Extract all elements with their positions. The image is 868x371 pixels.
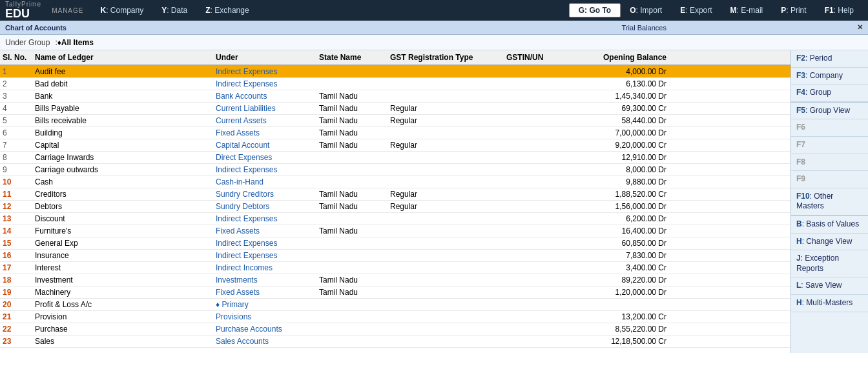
table-row[interactable]: 6 Building Fixed Assets Tamil Nadu 7,00,… bbox=[0, 127, 790, 139]
cell-under: Bank Accounts bbox=[213, 90, 316, 102]
menu-email[interactable]: M: E-mail bbox=[721, 3, 772, 17]
cell-gstin bbox=[504, 213, 568, 225]
sidebar-f2-period[interactable]: F2: Period bbox=[791, 50, 868, 68]
table-row[interactable]: 3 Bank Bank Accounts Tamil Nadu 1,45,340… bbox=[0, 90, 790, 103]
cell-state: Tamil Nadu bbox=[316, 188, 388, 200]
table-row[interactable]: 8 Carriage Inwards Direct Expenses 12,91… bbox=[0, 152, 790, 164]
cell-num: 4 bbox=[0, 103, 32, 114]
sidebar-f8: F8 bbox=[791, 154, 868, 172]
table-row[interactable]: 24 Sales Return Sales Accounts 2,850.00 … bbox=[0, 348, 790, 350]
sidebar-f10-other-masters[interactable]: F10: Other Masters bbox=[791, 188, 868, 216]
cell-state bbox=[316, 262, 388, 274]
cell-balance: 13,200.00 Cr bbox=[568, 311, 672, 323]
cell-num: 17 bbox=[0, 262, 32, 274]
cell-name: Insurance bbox=[32, 250, 213, 261]
menu-import[interactable]: O: Import bbox=[621, 3, 671, 17]
goto-button[interactable]: G: Go To bbox=[569, 3, 621, 17]
cell-num: 9 bbox=[0, 164, 32, 175]
table-row[interactable]: 5 Bills receivable Current Assets Tamil … bbox=[0, 115, 790, 127]
table-row[interactable]: 21 Provision Provisions 13,200.00 Cr bbox=[0, 311, 790, 323]
cell-num: 24 bbox=[0, 348, 32, 350]
cell-gstin bbox=[504, 323, 568, 335]
table-row[interactable]: 2 Bad debit Indirect Expenses 6,130.00 D… bbox=[0, 78, 790, 90]
cell-state bbox=[316, 348, 388, 350]
cell-gst-type: Regular bbox=[388, 139, 504, 151]
menu-company[interactable]: K: Company bbox=[91, 3, 152, 17]
sidebar-f4-group[interactable]: F4: Group bbox=[791, 85, 868, 102]
cell-gst-type bbox=[388, 90, 504, 102]
cell-gstin bbox=[504, 103, 568, 114]
sidebar-f3-company[interactable]: F3: Company bbox=[791, 68, 868, 85]
cell-under: Sundry Debtors bbox=[213, 201, 316, 212]
cell-gstin bbox=[504, 299, 568, 310]
cell-state bbox=[316, 336, 388, 347]
menu-export[interactable]: E: Export bbox=[671, 3, 721, 17]
cell-state: Tamil Nadu bbox=[316, 286, 388, 298]
close-button[interactable]: ✕ bbox=[857, 23, 863, 32]
sidebar-f5-group-view[interactable]: F5: Group View bbox=[791, 103, 868, 120]
table-row[interactable]: 11 Creditors Sundry Creditors Tamil Nadu… bbox=[0, 188, 790, 201]
cell-under: Current Liabilities bbox=[213, 103, 316, 114]
cell-num: 6 bbox=[0, 127, 32, 139]
table-row[interactable]: 15 General Exp Indirect Expenses 60,850.… bbox=[0, 237, 790, 250]
cell-gstin bbox=[504, 115, 568, 126]
table-row[interactable]: 7 Capital Capital Account Tamil Nadu Reg… bbox=[0, 139, 790, 152]
cell-gst-type: Regular bbox=[388, 115, 504, 126]
table-row[interactable]: 16 Insurance Indirect Expenses 7,830.00 … bbox=[0, 250, 790, 262]
sidebar-h-multi-masters[interactable]: H: Multi-Masters bbox=[791, 295, 868, 312]
table-row[interactable]: 10 Cash Cash-in-Hand 9,880.00 Dr bbox=[0, 176, 790, 188]
table-header: Sl. No. Name of Ledger Under State Name … bbox=[0, 50, 790, 66]
cell-gst-type bbox=[388, 336, 504, 347]
cell-gst-type bbox=[388, 286, 504, 298]
table-row[interactable]: 13 Discount Indirect Expenses 6,200.00 D… bbox=[0, 213, 790, 225]
table-row[interactable]: 1 Audit fee Indirect Expenses 4,000.00 D… bbox=[0, 66, 790, 78]
cell-under: Fixed Assets bbox=[213, 127, 316, 139]
table-area: Sl. No. Name of Ledger Under State Name … bbox=[0, 50, 790, 353]
cell-num: 18 bbox=[0, 274, 32, 286]
table-row[interactable]: 18 Investment Investments Tamil Nadu 89,… bbox=[0, 274, 790, 286]
cell-gst-type bbox=[388, 299, 504, 310]
table-row[interactable]: 17 Interest Indirect Incomes 3,400.00 Cr bbox=[0, 262, 790, 274]
cell-gstin bbox=[504, 139, 568, 151]
cell-under: Indirect Expenses bbox=[213, 164, 316, 175]
cell-state: Tamil Nadu bbox=[316, 115, 388, 126]
cell-under: Current Assets bbox=[213, 115, 316, 126]
menu-print[interactable]: P: Print bbox=[772, 3, 815, 17]
cell-gst-type: Regular bbox=[388, 188, 504, 200]
cell-state: Tamil Nadu bbox=[316, 274, 388, 286]
cell-state: Tamil Nadu bbox=[316, 127, 388, 139]
table-row[interactable]: 4 Bills Payable Current Liabilities Tami… bbox=[0, 103, 790, 115]
cell-gstin bbox=[504, 225, 568, 237]
table-row[interactable]: 20 Profit & Loss A/c ♦ Primary bbox=[0, 299, 790, 311]
cell-name: Carriage outwards bbox=[32, 164, 213, 175]
app-logo: TallyPrime EDU bbox=[5, 1, 41, 21]
cell-balance: 7,00,000.00 Dr bbox=[568, 127, 672, 139]
sidebar-l-save-view[interactable]: L: Save View bbox=[791, 277, 868, 295]
menu-help[interactable]: F1: Help bbox=[816, 3, 863, 17]
table-row[interactable]: 22 Purchase Purchase Accounts 8,55,220.0… bbox=[0, 323, 790, 336]
sidebar-b-basis-values[interactable]: B: Basis of Values bbox=[791, 216, 868, 234]
table-row[interactable]: 12 Debtors Sundry Debtors Tamil Nadu Reg… bbox=[0, 201, 790, 213]
sidebar-h-change-view[interactable]: H: Change View bbox=[791, 234, 868, 251]
cell-gstin bbox=[504, 311, 568, 323]
cell-state: Tamil Nadu bbox=[316, 103, 388, 114]
table-row[interactable]: 9 Carriage outwards Indirect Expenses 8,… bbox=[0, 164, 790, 176]
cell-name: Audit fee bbox=[32, 66, 213, 77]
cell-name: Debtors bbox=[32, 201, 213, 212]
cell-num: 8 bbox=[0, 152, 32, 163]
table-row[interactable]: 23 Sales Sales Accounts 12,18,500.00 Cr bbox=[0, 336, 790, 348]
cell-gstin bbox=[504, 188, 568, 200]
table-body[interactable]: 1 Audit fee Indirect Expenses 4,000.00 D… bbox=[0, 66, 790, 350]
table-row[interactable]: 19 Machinery Fixed Assets Tamil Nadu 1,2… bbox=[0, 286, 790, 299]
sidebar-j-exception-reports[interactable]: J: Exception Reports bbox=[791, 250, 868, 277]
cell-gstin bbox=[504, 336, 568, 347]
menu-exchange[interactable]: Z: Exchange bbox=[196, 3, 258, 17]
menu-data[interactable]: Y: Data bbox=[152, 3, 196, 17]
cell-name: Bank bbox=[32, 90, 213, 102]
cell-balance: 1,88,520.00 Cr bbox=[568, 188, 672, 200]
cell-gstin bbox=[504, 286, 568, 298]
table-row[interactable]: 14 Furniture's Fixed Assets Tamil Nadu 1… bbox=[0, 225, 790, 237]
cell-gst-type bbox=[388, 274, 504, 286]
cell-gst-type bbox=[388, 311, 504, 323]
cell-balance: 12,18,500.00 Cr bbox=[568, 336, 672, 347]
